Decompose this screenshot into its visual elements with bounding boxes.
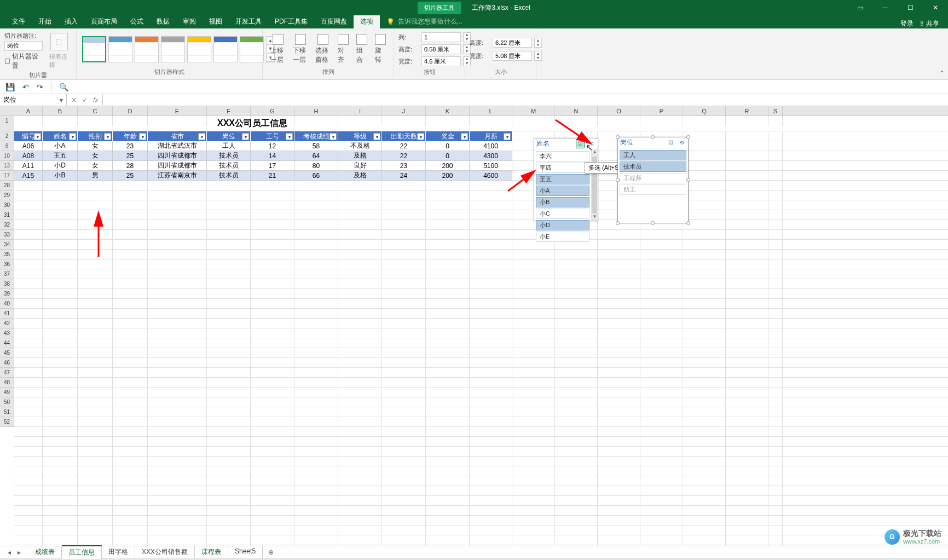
cancel-formula-icon[interactable]: ✕ — [71, 96, 77, 104]
filter-button[interactable]: ▾ — [242, 133, 249, 140]
ribbon-display-icon[interactable]: ▭ — [847, 0, 872, 15]
ribbon-tab-开始[interactable]: 开始 — [32, 15, 58, 28]
size-height-input[interactable] — [493, 38, 532, 48]
table-cell[interactable]: 技术员 — [207, 151, 251, 161]
sheet-tab[interactable]: Sheet5 — [228, 545, 263, 559]
sheet-tab[interactable]: 员工信息 — [62, 545, 102, 559]
table-cell[interactable]: 王五 — [43, 151, 78, 161]
table-cell[interactable]: 58 — [294, 141, 338, 151]
row-header[interactable]: 28 — [0, 181, 14, 190]
filter-button[interactable]: ▾ — [417, 133, 424, 140]
table-cell[interactable]: 男 — [78, 171, 113, 181]
undo-icon[interactable]: ↶ — [22, 83, 29, 91]
slicer-item[interactable]: 王五 — [536, 174, 589, 184]
selection-pane-button[interactable]: 选择窗格 — [312, 33, 333, 66]
slicer-item[interactable]: 李四 — [536, 163, 589, 173]
scroll-down-icon[interactable]: ▼ — [592, 214, 598, 221]
table-cell[interactable]: 4300 — [470, 151, 512, 161]
tab-nav-last-icon[interactable]: ▸ — [15, 547, 23, 557]
row-header[interactable]: 45 — [0, 348, 14, 358]
filter-button[interactable]: ▾ — [34, 133, 41, 140]
row-header[interactable]: 17 — [0, 171, 14, 181]
btn-width-input[interactable] — [421, 56, 461, 66]
col-header[interactable]: I — [338, 106, 382, 116]
row-header[interactable]: 51 — [0, 407, 14, 417]
slicer-item[interactable]: 小B — [536, 197, 589, 207]
table-cell[interactable]: 200 — [426, 171, 470, 181]
table-cell[interactable]: 0 — [426, 141, 470, 151]
share-button[interactable]: ⇪ 共享 — [919, 19, 939, 28]
col-header[interactable]: J — [382, 106, 426, 116]
col-header[interactable]: H — [294, 106, 338, 116]
row-header[interactable]: 40 — [0, 299, 14, 309]
table-cell[interactable]: 25 — [113, 171, 148, 181]
col-header[interactable]: S — [768, 106, 783, 116]
columns-input[interactable] — [421, 32, 461, 42]
row-header[interactable]: 13 — [0, 161, 14, 171]
table-cell[interactable]: 5100 — [470, 161, 512, 171]
table-cell[interactable]: 14 — [251, 151, 294, 161]
save-icon[interactable]: 💾 — [5, 83, 15, 91]
col-header[interactable]: K — [426, 106, 470, 116]
row-header[interactable]: 46 — [0, 358, 14, 368]
col-header[interactable]: E — [148, 106, 207, 116]
table-cell[interactable]: 四川省成都市 — [148, 161, 207, 171]
ribbon-tab-审阅[interactable]: 审阅 — [176, 15, 203, 28]
redo-icon[interactable]: ↷ — [37, 83, 43, 91]
row-header[interactable]: 50 — [0, 397, 14, 407]
table-cell[interactable]: 24 — [382, 171, 426, 181]
ribbon-tab-插入[interactable]: 插入 — [58, 15, 84, 28]
filter-button[interactable]: ▾ — [286, 133, 293, 140]
col-header[interactable]: F — [207, 106, 251, 116]
slicer-item[interactable]: 小D — [536, 220, 589, 230]
filter-button[interactable]: ▾ — [69, 133, 76, 140]
row-header[interactable]: 32 — [0, 220, 14, 230]
table-cell[interactable]: 23 — [113, 141, 148, 151]
clear-filter-icon[interactable]: ⟲ — [677, 138, 686, 147]
table-cell[interactable]: 及格 — [338, 171, 382, 181]
row-header[interactable]: 37 — [0, 269, 14, 279]
table-cell[interactable]: 12 — [251, 141, 294, 151]
row-header[interactable]: 1 — [0, 116, 14, 131]
slicer-item[interactable]: 工程师 — [620, 173, 686, 183]
slicer-item[interactable]: 技术员 — [620, 161, 686, 172]
sheet-tab[interactable]: XXX公司销售额 — [135, 545, 195, 559]
table-cell[interactable]: A15 — [14, 171, 43, 181]
row-header[interactable]: 39 — [0, 289, 14, 299]
table-cell[interactable]: 64 — [294, 151, 338, 161]
filter-button[interactable]: ▾ — [104, 133, 111, 140]
filter-button[interactable]: ▾ — [504, 133, 511, 140]
row-header[interactable]: 2 — [0, 131, 14, 141]
ribbon-tab-百度网盘[interactable]: 百度网盘 — [314, 15, 354, 28]
table-cell[interactable]: 小B — [43, 171, 78, 181]
minimize-icon[interactable]: — — [872, 0, 898, 15]
row-header[interactable]: 52 — [0, 417, 14, 427]
fx-icon[interactable]: fx — [93, 96, 98, 104]
close-icon[interactable]: ✕ — [923, 0, 948, 15]
name-box[interactable]: 岗位 ▾ — [0, 94, 67, 106]
table-cell[interactable]: 0 — [426, 151, 470, 161]
bring-forward-button[interactable]: 上移一层 — [267, 33, 288, 66]
row-header[interactable]: 41 — [0, 309, 14, 319]
slicer-caption-input[interactable] — [4, 41, 43, 51]
slicer-item[interactable]: 小E — [536, 232, 589, 242]
slicer-item[interactable]: 小A — [536, 186, 589, 196]
slicer-position[interactable]: 岗位 ☑ ⟲ 工人技术员工程师助工 — [617, 137, 689, 223]
col-header[interactable]: B — [43, 106, 78, 116]
add-sheet-button[interactable]: ⊕ — [263, 547, 279, 558]
col-header[interactable]: L — [470, 106, 512, 116]
slicer-item[interactable]: 李六 — [536, 151, 589, 161]
row-header[interactable]: 29 — [0, 190, 14, 200]
row-header[interactable]: 42 — [0, 319, 14, 328]
multi-select-icon[interactable]: ☑ — [666, 138, 675, 147]
row-header[interactable]: 38 — [0, 279, 14, 289]
sheet-tab[interactable]: 田字格 — [102, 545, 135, 559]
table-cell[interactable]: 女 — [78, 141, 113, 151]
row-header[interactable]: 10 — [0, 151, 14, 161]
row-header[interactable]: 47 — [0, 368, 14, 378]
table-cell[interactable]: A08 — [14, 151, 43, 161]
row-header[interactable]: 8 — [0, 141, 14, 151]
filter-button[interactable]: ▾ — [139, 133, 146, 140]
table-cell[interactable]: 技术员 — [207, 171, 251, 181]
col-header[interactable]: M — [512, 106, 555, 116]
